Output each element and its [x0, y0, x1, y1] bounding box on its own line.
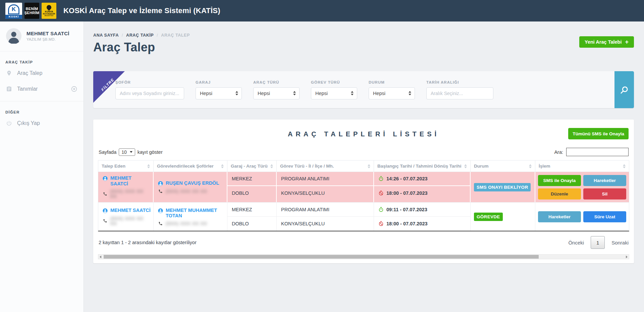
search-icon — [620, 85, 629, 94]
task-type-select[interactable]: Hepsi — [311, 87, 357, 99]
page-number-button[interactable]: 1 — [591, 236, 605, 249]
movements-button[interactable]: Hareketler — [583, 175, 626, 186]
person-circle-icon — [158, 181, 163, 186]
requests-list-panel: ARAÇ TALEPLERİ LİSTESİ Tümünü SMS ile On… — [93, 120, 634, 263]
phone-number-redacted: (5XX) XXX XX XX — [110, 216, 151, 226]
scrollbar-thumb[interactable] — [104, 255, 539, 259]
filter-field-tarih: TARİH ARALIĞI — [426, 80, 493, 99]
sms-approve-button[interactable]: SMS ile Onayla — [538, 175, 581, 186]
select-stepper-icon — [409, 91, 411, 95]
table-search-input[interactable] — [566, 148, 629, 156]
sort-icon — [270, 164, 273, 168]
phone-number-redacted: (5XX) XXX XX XX — [166, 221, 207, 226]
records-summary: 2 kayıttan 1 - 2 arasındaki kayıtlar gös… — [99, 240, 197, 245]
requester-link[interactable]: MEHMET SAATCİ — [102, 175, 150, 186]
sidebar-item-arac-talep[interactable]: Araç Talep — [0, 65, 84, 81]
date-range-input[interactable] — [426, 87, 493, 99]
filter-field-sofor: ŞOFÖR — [115, 80, 184, 99]
person-circle-icon — [158, 208, 163, 214]
timer-off-icon — [378, 221, 384, 226]
scroll-right-arrow-icon[interactable] — [626, 256, 628, 258]
new-request-button[interactable]: Yeni Araç Talebi + — [579, 36, 634, 48]
phone-icon — [158, 189, 163, 193]
search-label: Ara: — [554, 149, 563, 155]
filter-field-gorev-turu: GÖREV TÜRÜ Hepsi — [311, 80, 357, 99]
sidebar-item-tanimlar[interactable]: Tanımlar — [0, 81, 84, 97]
column-header-islem[interactable]: İşlem — [535, 161, 629, 172]
extend-time-button[interactable]: Süre Uzat — [583, 211, 626, 222]
approve-all-sms-button[interactable]: Tümünü SMS ile Onayla — [568, 128, 629, 139]
start-time: 14:26 - 07.07.2023 — [374, 172, 470, 186]
times-cell: 14:26 - 07.07.2023 18:00 - 07.07.2023 — [374, 172, 471, 202]
user-title: YAZILIM ŞB.MD. — [26, 37, 69, 41]
column-header-baslangic[interactable]: Başlangıç Tarihi / Tahmini Dönüş Tarihi — [374, 161, 471, 172]
app-header: K KOSKİ BENİM ŞEHRİM KONYA BÜYÜKŞEHİR BE… — [0, 0, 644, 21]
select-stepper-icon — [351, 91, 354, 95]
person-circle-icon — [102, 176, 108, 181]
sidebar: MEHMET SAATCİ YAZILIM ŞB.MD. ARAÇ TAKİP … — [0, 21, 84, 312]
delete-button[interactable]: Sil — [583, 188, 626, 199]
location-value: KONYA/SELÇUKLU — [281, 221, 325, 226]
sort-icon — [464, 164, 467, 168]
koski-emblem-icon: K — [8, 4, 19, 14]
driver-link[interactable]: MEHMET MUHAMMET TOTAN — [158, 208, 224, 219]
konya-buyuksehir-logo: KONYA BÜYÜKŞEHİR BELEDİYESİ — [42, 3, 56, 19]
phone-icon — [158, 221, 163, 226]
koski-logo: K KOSKİ — [5, 3, 22, 19]
column-header-soforler[interactable]: Görevlendirilecek Şoförler — [154, 161, 227, 172]
power-icon — [6, 120, 12, 126]
requester-phone: (5XX) XXX XX XX — [102, 216, 151, 226]
status-select[interactable]: Hepsi — [369, 87, 415, 99]
user-name: MEHMET SAATCİ — [26, 31, 69, 36]
breadcrumb-arac-takip[interactable]: ARAÇ TAKİP — [126, 33, 154, 38]
timer-icon — [378, 176, 384, 181]
pagination: Önceki 1 Sonraki — [568, 236, 629, 249]
movements-button[interactable]: Hareketler — [538, 211, 581, 222]
vehicle-type-value: DOBLO — [232, 190, 249, 196]
column-header-gorev-turu[interactable]: Görev Türü - İl / İlçe / Mh. — [277, 161, 374, 172]
requester-link[interactable]: MEHMET SAATCİ — [102, 208, 151, 214]
driver-cell: MEHMET MUHAMMET TOTAN (5XX) XXX XX XX — [154, 203, 227, 231]
phone-number-redacted: (5XX) XXX XX XX — [166, 189, 207, 194]
sort-icon — [368, 164, 370, 168]
breadcrumb-separator: / — [122, 33, 123, 38]
vehicle-type-select[interactable]: Hepsi — [253, 87, 300, 99]
filter-ribbon — [93, 71, 125, 103]
column-header-durum[interactable]: Durum — [471, 161, 535, 172]
sort-icon — [529, 164, 532, 168]
scroll-left-arrow-icon[interactable] — [100, 256, 101, 258]
chevron-down-icon — [130, 151, 132, 153]
horizontal-scrollbar[interactable] — [98, 254, 629, 259]
filter-field-garaj: GARAJ Hepsi — [196, 80, 242, 99]
times-cell: 09:11 - 07.07.2023 18:00 - 07.07.2023 — [374, 203, 471, 231]
location-value: KONYA/SELÇUKLU — [281, 190, 325, 196]
column-header-talep-eden[interactable]: Talep Eden — [98, 161, 154, 172]
filter-search-button[interactable] — [614, 71, 634, 108]
requester-cell: MEHMET SAATCİ (5XX) XXX XX XX — [98, 203, 154, 231]
edit-button[interactable]: Düzenle — [538, 188, 581, 199]
start-time: 09:11 - 07.07.2023 — [374, 203, 470, 217]
app-title: KOSKİ Araç Talep ve İzleme Sistemi (KATİ… — [63, 6, 220, 15]
person-circle-icon — [102, 208, 108, 214]
garage-select[interactable]: Hepsi — [196, 87, 242, 99]
driver-name-input[interactable] — [115, 87, 184, 99]
page-size-control: Sayfada 10 kayıt göster — [99, 148, 163, 156]
table-row: MEHMET SAATCİ (5XX) XXX XX XX — [98, 172, 629, 202]
previous-page-link[interactable]: Önceki — [568, 240, 584, 246]
timer-icon — [378, 207, 384, 212]
table-header-row: Talep Eden Görevlendirilecek Şoförler Ga… — [98, 161, 629, 172]
filter-field-durum: DURUM Hepsi — [369, 80, 415, 99]
konya-crest-icon — [46, 4, 52, 11]
breadcrumb-separator: / — [157, 33, 158, 38]
actions-cell: Hareketler Süre Uzat — [535, 203, 629, 231]
clipboard-icon — [6, 86, 12, 92]
breadcrumb-ana-sayfa[interactable]: ANA SAYFA — [93, 33, 119, 38]
expand-plus-icon[interactable] — [71, 86, 77, 92]
timer-off-icon — [378, 190, 384, 196]
driver-link[interactable]: RUŞEN ÇAVUŞ ERDÖL — [158, 180, 224, 186]
column-header-garaj-arac[interactable]: Garaj - Araç Türü — [227, 161, 277, 172]
sidebar-item-cikis-yap[interactable]: Çıkış Yap — [0, 116, 84, 131]
page-size-select[interactable]: 10 — [119, 148, 135, 156]
next-page-link[interactable]: Sonraki — [611, 240, 629, 246]
phone-number-redacted: (5XX) XXX XX XX — [110, 189, 150, 199]
